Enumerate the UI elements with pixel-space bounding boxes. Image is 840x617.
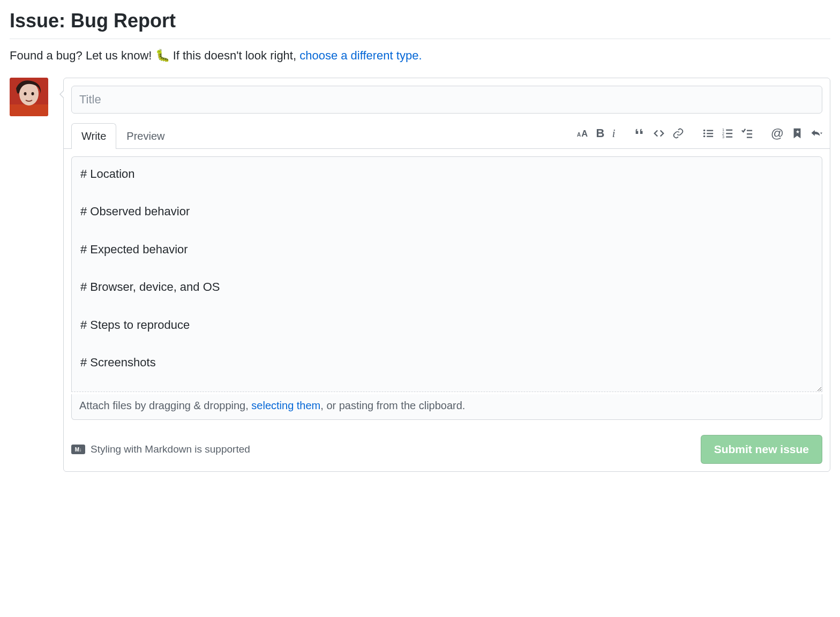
intro-prefix: Found a bug? Let us know! [10, 49, 155, 62]
svg-point-3 [24, 92, 27, 95]
svg-rect-14 [726, 129, 732, 130]
svg-rect-16 [726, 133, 732, 134]
intro-middle: If this doesn't look right, [170, 49, 300, 62]
svg-text:3: 3 [722, 134, 724, 139]
svg-point-11 [703, 135, 705, 137]
attach-hint[interactable]: Attach files by dragging & dropping, sel… [71, 394, 822, 420]
tab-write[interactable]: Write [71, 123, 116, 149]
svg-point-7 [703, 129, 705, 131]
choose-different-type-link[interactable]: choose a different type. [299, 49, 422, 62]
task-list-icon[interactable] [741, 127, 753, 139]
issue-title-input[interactable] [71, 86, 822, 114]
text-size-icon[interactable]: AA [577, 127, 589, 139]
numbered-list-icon[interactable]: 123 [722, 127, 733, 139]
italic-icon[interactable]: i [612, 127, 616, 139]
svg-rect-10 [707, 133, 713, 134]
reply-icon[interactable] [811, 127, 822, 139]
svg-marker-23 [820, 132, 822, 134]
svg-text:A: A [577, 131, 581, 137]
submit-issue-button[interactable]: Submit new issue [701, 435, 822, 464]
attach-hint-after: , or pasting from the clipboard. [320, 400, 465, 411]
issue-body-textarea[interactable] [71, 156, 822, 392]
markdown-hint-text: Styling with Markdown is supported [91, 443, 250, 455]
svg-point-4 [32, 92, 34, 95]
code-icon[interactable] [653, 127, 665, 139]
mention-icon[interactable]: @ [771, 127, 784, 140]
avatar [10, 78, 48, 116]
markdown-icon: M↓ [71, 445, 85, 454]
intro-text: Found a bug? Let us know! 🐛 If this does… [10, 49, 830, 63]
quote-icon[interactable] [634, 127, 646, 139]
editor-toolbar: AA B i [577, 127, 822, 145]
editor-tabs: Write Preview [71, 123, 175, 148]
reference-icon[interactable]: ★ [791, 127, 803, 139]
page-title: Issue: Bug Report [10, 10, 830, 39]
svg-point-9 [703, 132, 705, 134]
svg-rect-21 [747, 137, 752, 138]
bold-icon[interactable]: B [596, 127, 605, 139]
link-icon[interactable] [672, 127, 684, 139]
bug-emoji: 🐛 [155, 49, 170, 62]
svg-rect-12 [707, 136, 713, 137]
bulleted-list-icon[interactable] [702, 127, 714, 139]
svg-rect-20 [747, 133, 752, 134]
svg-rect-8 [707, 130, 713, 131]
svg-text:★: ★ [796, 129, 800, 134]
svg-text:A: A [581, 128, 588, 138]
issue-form: Write Preview AA B i [63, 78, 830, 472]
svg-rect-19 [747, 130, 752, 131]
svg-rect-18 [726, 136, 732, 137]
attach-hint-before: Attach files by dragging & dropping, [79, 400, 251, 411]
tab-preview[interactable]: Preview [116, 123, 175, 149]
svg-rect-1 [10, 104, 48, 116]
attach-select-link[interactable]: selecting them [251, 400, 320, 411]
markdown-hint[interactable]: M↓ Styling with Markdown is supported [71, 443, 250, 455]
